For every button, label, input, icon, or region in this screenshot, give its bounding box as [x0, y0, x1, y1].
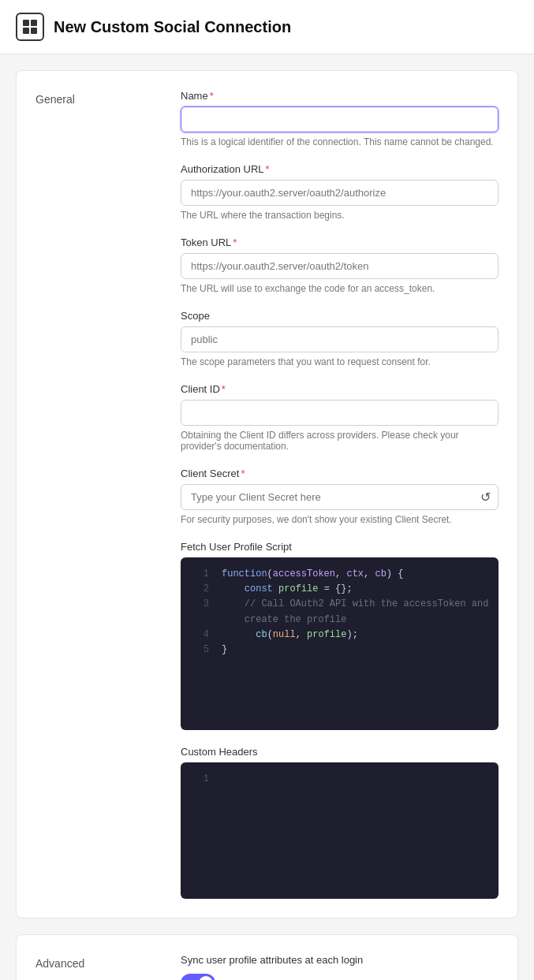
- code-line-3: 3 // Call OAuth2 API with the accessToke…: [181, 597, 499, 612]
- client-id-hint: Obtaining the Client ID differs across p…: [181, 430, 499, 452]
- auth-url-label: Authorization URL*: [181, 163, 499, 175]
- name-field-group: Name* This is a logical identifier of th…: [181, 90, 499, 147]
- advanced-card: Advanced Sync user profile attributes at…: [16, 934, 518, 980]
- scope-input[interactable]: [181, 326, 499, 352]
- client-secret-input[interactable]: [181, 484, 499, 510]
- client-secret-field-group: Client Secret* ↺ For security purposes, …: [181, 468, 499, 525]
- page-title: New Custom Social Connection: [54, 18, 291, 36]
- token-url-input[interactable]: [181, 253, 499, 279]
- token-url-field-group: Token URL* The URL will use to exchange …: [181, 237, 499, 294]
- grid-icon: [23, 20, 37, 34]
- general-card: General Name* This is a logical identifi…: [16, 70, 518, 919]
- fetch-profile-script-editor[interactable]: 1 function(accessToken, ctx, cb) { 2 con…: [181, 557, 499, 730]
- auth-url-field-group: Authorization URL* The URL where the tra…: [181, 163, 499, 221]
- page-header: New Custom Social Connection: [0, 0, 534, 54]
- fetch-profile-script-group: Fetch User Profile Script 1 function(acc…: [181, 541, 499, 730]
- scope-label: Scope: [181, 310, 499, 322]
- app-icon: [16, 13, 44, 41]
- advanced-form-row: Advanced Sync user profile attributes at…: [35, 954, 499, 980]
- custom-headers-label: Custom Headers: [181, 746, 499, 758]
- client-secret-label: Client Secret*: [181, 468, 499, 479]
- toggle-slider: [181, 974, 215, 980]
- name-required-star: *: [210, 90, 214, 102]
- code-line-2: 2 const profile = {};: [181, 582, 499, 597]
- client-secret-refresh-button[interactable]: ↺: [479, 488, 492, 506]
- fetch-profile-script-label: Fetch User Profile Script: [181, 541, 499, 553]
- scope-hint: The scope parameters that you want to re…: [181, 356, 499, 367]
- sync-toggle-label: Sync user profile attributes at each log…: [181, 954, 499, 966]
- sync-toggle[interactable]: [181, 974, 215, 980]
- code-line-4: 4 cb(null, profile);: [181, 628, 499, 643]
- auth-url-hint: The URL where the transaction begins.: [181, 210, 499, 221]
- custom-headers-group: Custom Headers 1: [181, 746, 499, 899]
- scope-field-group: Scope The scope parameters that you want…: [181, 310, 499, 367]
- token-url-required-star: *: [233, 237, 237, 248]
- auth-url-input[interactable]: [181, 180, 499, 206]
- token-url-label: Token URL*: [181, 237, 499, 248]
- general-form-fields: Name* This is a logical identifier of th…: [181, 90, 499, 899]
- custom-headers-line-1: 1: [181, 772, 499, 787]
- client-secret-wrapper: ↺: [181, 484, 499, 510]
- sync-toggle-wrapper: [181, 974, 499, 980]
- advanced-form-fields: Sync user profile attributes at each log…: [181, 954, 499, 980]
- code-line-3b: create the profile: [181, 613, 499, 628]
- general-section-label: General: [35, 90, 162, 899]
- name-hint: This is a logical identifier of the conn…: [181, 136, 499, 147]
- sync-toggle-group: Sync user profile attributes at each log…: [181, 954, 499, 980]
- client-id-required-star: *: [222, 383, 226, 395]
- token-url-hint: The URL will use to exchange the code fo…: [181, 283, 499, 294]
- client-secret-required-star: *: [241, 468, 245, 479]
- client-secret-hint: For security purposes, we don't show you…: [181, 514, 499, 525]
- client-id-field-group: Client ID* Obtaining the Client ID diffe…: [181, 383, 499, 452]
- client-id-label: Client ID*: [181, 383, 499, 395]
- code-line-1: 1 function(accessToken, ctx, cb) {: [181, 567, 499, 582]
- general-form-row: General Name* This is a logical identifi…: [35, 90, 499, 899]
- custom-headers-editor[interactable]: 1: [181, 762, 499, 899]
- auth-url-required-star: *: [266, 163, 270, 175]
- name-input[interactable]: [181, 106, 499, 132]
- client-id-input[interactable]: [181, 400, 499, 426]
- advanced-section-label: Advanced: [35, 954, 162, 980]
- name-label: Name*: [181, 90, 499, 102]
- code-line-5: 5 }: [181, 643, 499, 658]
- main-content: General Name* This is a logical identifi…: [0, 54, 534, 980]
